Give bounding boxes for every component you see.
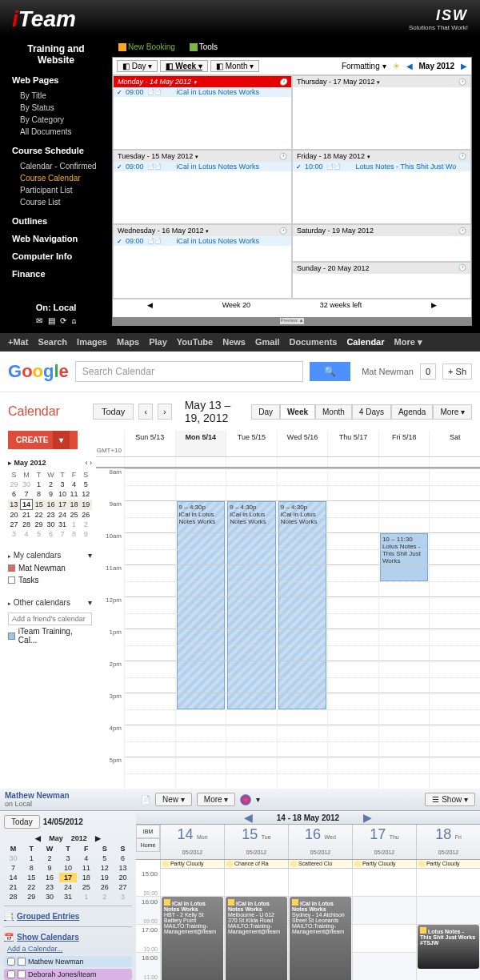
day-column-header[interactable]: Thu 5/17 bbox=[327, 431, 378, 456]
mini-cal-day[interactable]: 4 bbox=[77, 853, 95, 863]
grouped-entries[interactable]: 📑 Grouped Entries bbox=[4, 910, 132, 922]
mini-cal-day[interactable]: 14 bbox=[20, 500, 33, 510]
time-slot[interactable] bbox=[175, 596, 226, 629]
more-button[interactable]: More ▾ bbox=[197, 793, 236, 806]
calendar-day[interactable]: Wednesday - 16 May 2012 ▾🕐✓09:00📄📄iCal i… bbox=[113, 224, 292, 299]
mini-cal-day[interactable]: 10 bbox=[57, 489, 69, 500]
calendar-event[interactable]: ✓09:00📄📄iCal in Lotus Notes Works bbox=[114, 162, 291, 171]
time-slot[interactable] bbox=[288, 953, 352, 980]
time-slot[interactable] bbox=[160, 953, 224, 980]
mini-cal-day[interactable]: 3 bbox=[8, 529, 20, 539]
mini-cal-day[interactable]: 30 bbox=[41, 892, 59, 902]
time-slot[interactable] bbox=[277, 564, 328, 596]
view-button[interactable]: Month bbox=[315, 404, 352, 420]
mini-prev[interactable]: ◀ bbox=[35, 834, 41, 842]
mini-cal-day[interactable]: 31 bbox=[57, 520, 69, 529]
nav-item[interactable]: News bbox=[222, 337, 246, 347]
view-button[interactable]: More ▾ bbox=[433, 404, 472, 420]
time-slot[interactable] bbox=[352, 925, 416, 952]
view-button[interactable]: Week bbox=[280, 404, 315, 420]
time-slot[interactable] bbox=[175, 500, 226, 532]
time-slot[interactable] bbox=[327, 725, 378, 757]
bookmark-icon[interactable]: ⩍ bbox=[72, 316, 76, 325]
mini-cal-day[interactable]: 15 bbox=[22, 873, 41, 882]
time-slot[interactable] bbox=[378, 532, 430, 564]
show-button[interactable]: ☰ Show ▾ bbox=[425, 793, 475, 806]
sidebar-section-header[interactable]: Web Navigation bbox=[12, 234, 100, 243]
calendar-day[interactable]: Tuesday - 15 May 2012 ▾🕐✓09:00📄📄iCal in … bbox=[113, 150, 292, 224]
next-week[interactable]: ▶ bbox=[363, 811, 372, 824]
time-slot[interactable] bbox=[416, 925, 480, 952]
time-slot[interactable] bbox=[124, 725, 175, 757]
sidebar-nav-item[interactable]: Course List bbox=[12, 196, 100, 208]
time-slot[interactable] bbox=[429, 564, 480, 596]
prev-button[interactable]: ‹ bbox=[138, 404, 153, 420]
time-slot[interactable] bbox=[429, 661, 480, 693]
time-slot[interactable] bbox=[124, 500, 175, 532]
calendar-day[interactable]: Monday - 14 May 2012 ▾🕐✓09:00📄📄iCal in L… bbox=[113, 75, 292, 150]
time-slot[interactable] bbox=[429, 468, 480, 500]
mini-prev[interactable]: ‹ bbox=[85, 459, 87, 467]
mini-cal-day[interactable]: 8 bbox=[68, 529, 80, 539]
time-slot[interactable] bbox=[160, 897, 224, 924]
time-slot[interactable] bbox=[416, 897, 480, 924]
mini-cal-day[interactable]: 6 bbox=[114, 853, 132, 863]
calendar-toggle[interactable]: Mathew Newman bbox=[4, 956, 132, 967]
day-header[interactable]: 18 Fri05/2012 bbox=[416, 825, 480, 859]
time-slot[interactable] bbox=[175, 693, 226, 725]
mini-cal-day[interactable]: 9 bbox=[45, 489, 57, 500]
nav-item[interactable]: More ▾ bbox=[394, 337, 422, 347]
today-button[interactable]: Today bbox=[93, 404, 134, 420]
mini-cal-day[interactable]: 16 bbox=[45, 500, 57, 510]
time-slot[interactable] bbox=[327, 757, 378, 789]
mini-cal-day[interactable]: 9 bbox=[80, 529, 92, 539]
mini-cal-day[interactable]: 1 bbox=[77, 892, 95, 902]
mini-cal-day[interactable]: 23 bbox=[45, 510, 57, 520]
day-header[interactable]: Monday - 14 May 2012 ▾🕐 bbox=[114, 76, 291, 87]
mini-cal-day[interactable]: 7 bbox=[4, 863, 22, 873]
day-column-header[interactable]: Sat bbox=[429, 431, 480, 456]
time-slot[interactable] bbox=[378, 629, 430, 661]
calendar-toggle[interactable]: Deborah Jones/iteam bbox=[4, 969, 132, 980]
notes-tab[interactable]: Home bbox=[136, 838, 160, 852]
day-column-header[interactable]: Mon 5/14 bbox=[175, 431, 226, 456]
time-slot[interactable] bbox=[175, 757, 226, 789]
mini-next[interactable]: › bbox=[90, 459, 92, 467]
mini-cal-day[interactable]: 1 bbox=[33, 480, 45, 489]
mini-cal-day[interactable]: 17 bbox=[57, 500, 69, 510]
mini-cal-day[interactable]: 2 bbox=[41, 853, 59, 863]
time-slot[interactable] bbox=[429, 725, 480, 757]
mini-cal-day[interactable]: 3 bbox=[57, 480, 69, 489]
time-slot[interactable] bbox=[175, 661, 226, 693]
calendar-item[interactable]: Tasks bbox=[8, 574, 92, 586]
view-button[interactable]: 4 Days bbox=[352, 404, 391, 420]
time-slot[interactable] bbox=[124, 596, 175, 629]
time-slot[interactable] bbox=[124, 532, 175, 564]
search-input[interactable]: Search Calendar bbox=[75, 361, 303, 382]
prev-week[interactable]: ◀ bbox=[244, 811, 253, 824]
time-slot[interactable]: iCal in Lotus Notes WorksSydney - 14 Atc… bbox=[288, 869, 352, 896]
time-slot[interactable] bbox=[226, 661, 277, 693]
mini-cal-day[interactable]: 20 bbox=[114, 873, 132, 882]
tools-button[interactable]: Tools bbox=[190, 42, 218, 51]
my-calendars-header[interactable]: ▸ My calendars▾ bbox=[8, 548, 92, 562]
mini-cal-day[interactable]: 13 bbox=[114, 863, 132, 873]
time-slot[interactable] bbox=[327, 693, 378, 725]
mini-cal-day[interactable]: 3 bbox=[114, 892, 132, 902]
time-slot[interactable] bbox=[124, 564, 175, 596]
sidebar-nav-item[interactable]: By Status bbox=[12, 102, 100, 114]
mini-cal-day[interactable]: 2 bbox=[80, 520, 92, 529]
time-slot[interactable] bbox=[378, 725, 430, 757]
nav-item[interactable]: Search bbox=[38, 337, 67, 347]
calendar-event[interactable]: ✓09:00📄📄iCal in Lotus Notes Works bbox=[114, 87, 291, 97]
create-button[interactable]: CREATE▾ bbox=[8, 431, 78, 449]
search-button[interactable]: 🔍 bbox=[310, 362, 350, 381]
time-slot[interactable] bbox=[327, 532, 378, 564]
mini-cal-day[interactable]: 5 bbox=[80, 480, 92, 489]
next-button[interactable]: › bbox=[158, 404, 172, 420]
day-view-button[interactable]: ◧ Day ▾ bbox=[117, 60, 158, 72]
add-calendar-link[interactable]: Add a Calendar... bbox=[4, 943, 132, 954]
nav-item[interactable]: Documents bbox=[290, 337, 338, 347]
time-slot[interactable] bbox=[277, 693, 328, 725]
mini-cal-day[interactable]: 1 bbox=[22, 853, 41, 863]
